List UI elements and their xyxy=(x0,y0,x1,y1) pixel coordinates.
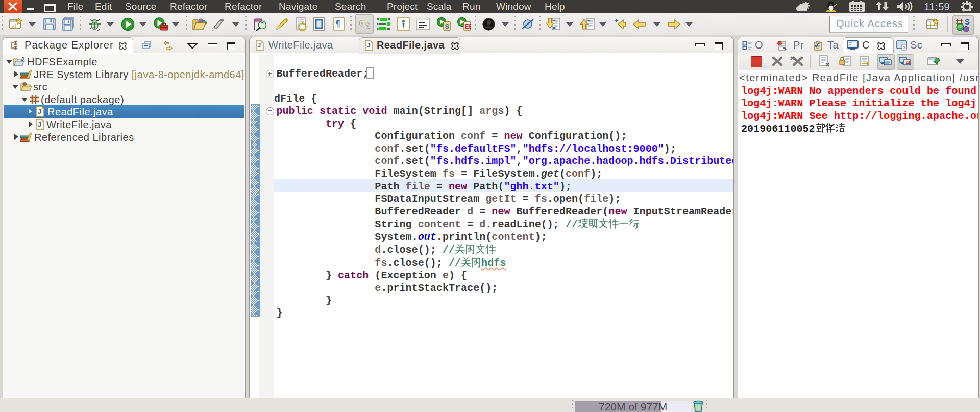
svg-text:J: J xyxy=(367,42,371,49)
svg-text:EE: EE xyxy=(465,23,472,30)
svg-text:J: J xyxy=(38,108,42,115)
svg-text:S: S xyxy=(965,17,970,26)
svg-text:J: J xyxy=(38,120,42,128)
svg-text:J: J xyxy=(258,42,261,49)
svg-text:S: S xyxy=(445,22,450,30)
svg-text:¶: ¶ xyxy=(335,19,340,29)
svg-text:S: S xyxy=(903,45,906,50)
svg-text:J: J xyxy=(21,56,24,62)
